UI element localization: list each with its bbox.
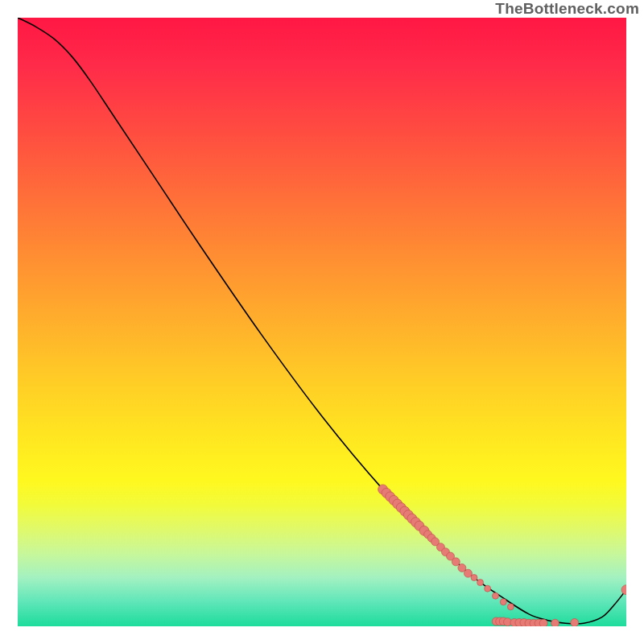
marker-dot <box>464 569 472 577</box>
bottleneck-curve <box>18 18 626 624</box>
marker-dot <box>507 604 514 610</box>
marker-dot <box>500 599 506 605</box>
bottleneck-chart: TheBottleneck.com <box>0 0 644 644</box>
marker-dot <box>539 619 547 626</box>
watermark-text: TheBottleneck.com <box>495 0 639 18</box>
marker-dot <box>621 585 626 595</box>
marker-dot <box>485 585 491 592</box>
marker-dot <box>571 618 579 626</box>
plot-area <box>18 18 626 626</box>
marker-dot <box>551 619 559 626</box>
marker-dot <box>452 558 460 566</box>
chart-svg <box>18 18 626 626</box>
marker-dot <box>471 575 477 581</box>
marker-dot <box>477 580 484 586</box>
marker-dot <box>492 592 498 599</box>
marker-group <box>378 485 626 626</box>
